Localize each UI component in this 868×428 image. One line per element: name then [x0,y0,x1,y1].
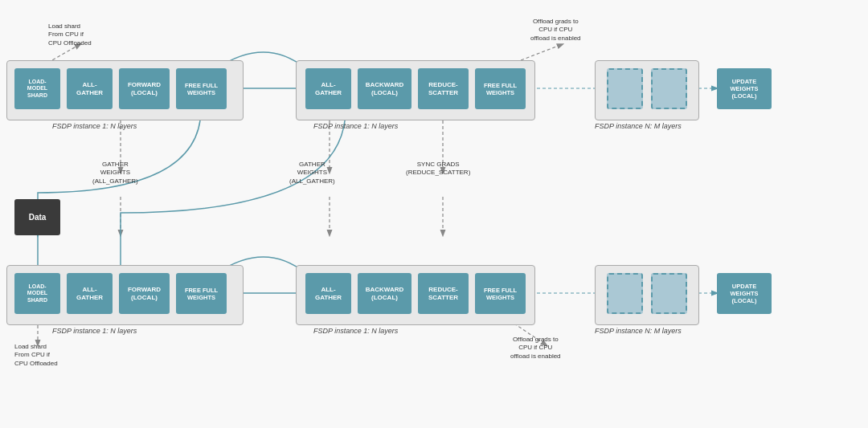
top-group2-label: FSDP instance 1: N layers [313,122,398,130]
bottom-group1-label: FSDP instance 1: N layers [52,327,137,335]
top-placeholder-1 [607,68,643,109]
bottom-all-gather-1: ALL-GATHER [67,273,113,314]
annotation-gather-weights-2: GATHERWEIGHTS(ALL_GATHER) [289,161,335,185]
data-box: Data [14,199,60,235]
bottom-backward: BACKWARD(LOCAL) [358,273,411,314]
annotation-offload-grads-top: Offload grads toCPU if CPUoffload is ena… [530,18,581,43]
annotation-gather-weights-1: GATHERWEIGHTS(ALL_GATHER) [92,161,138,185]
top-placeholder-2 [651,68,687,109]
bottom-group2-label: FSDP instance 1: N layers [313,327,398,335]
bottom-group3-label: FSDP instance N: M layers [595,327,682,335]
top-group3-label: FSDP instance N: M layers [595,122,682,130]
bottom-placeholder-1 [607,273,643,314]
annotation-offload-grads-bottom: Offload grads toCPU if CPUoffload is ena… [510,336,561,361]
bottom-forward: FORWARD(LOCAL) [119,273,170,314]
bottom-load-model-shard: LOAD-MODELSHARD [14,273,60,314]
top-backward: BACKWARD(LOCAL) [358,68,411,109]
top-reduce-scatter: REDUCE-SCATTER [418,68,469,109]
top-free-full-weights-1: FREE FULLWEIGHTS [176,68,227,109]
top-all-gather-2: ALL-GATHER [305,68,351,109]
top-load-model-shard: LOAD-MODELSHARD [14,68,60,109]
top-forward: FORWARD(LOCAL) [119,68,170,109]
top-free-full-weights-2: FREE FULLWEIGHTS [475,68,526,109]
top-all-gather-1: ALL-GATHER [67,68,113,109]
bottom-free-full-weights-1: FREE FULLWEIGHTS [176,273,227,314]
top-update-weights: UPDATEWEIGHTS(LOCAL) [717,68,772,109]
top-group1-label: FSDP instance 1: N layers [52,122,137,130]
bottom-reduce-scatter: REDUCE-SCATTER [418,273,469,314]
bottom-placeholder-2 [651,273,687,314]
annotation-sync-grads: SYNC GRADS(REDUCE_SCATTER) [406,161,470,177]
diagram-container: FSDP instance 1: N layers FSDP instance … [0,0,868,428]
annotation-load-shard-top: Load shardFrom CPU ifCPU Offloaded [48,22,92,47]
bottom-update-weights: UPDATEWEIGHTS(LOCAL) [717,273,772,314]
bottom-free-full-weights-2: FREE FULLWEIGHTS [475,273,526,314]
annotation-load-shard-bottom: Load shardFrom CPU ifCPU Offloaded [14,343,58,368]
bottom-all-gather-2: ALL-GATHER [305,273,351,314]
